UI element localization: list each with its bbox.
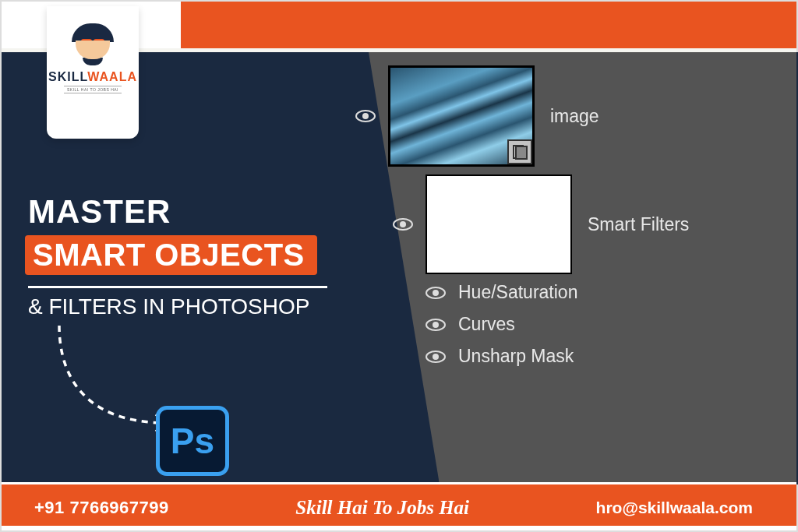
layer-thumbnail-image (388, 65, 535, 167)
layer-row-smart-filters: Smart Filters (393, 174, 689, 274)
layers-panel-mock: image Smart Filters Hue/Saturation Curve… (355, 65, 689, 378)
footer-phone: +91 7766967799 (34, 498, 169, 518)
smart-filters-label: Smart Filters (588, 214, 689, 235)
brand-mascot-icon (72, 23, 114, 64)
svg-point-9 (433, 354, 439, 360)
visibility-eye-icon (393, 217, 413, 231)
brand-name-part1: SKILL (48, 70, 87, 83)
filter-label: Unsharp Mask (458, 346, 574, 367)
filter-mask-thumbnail (425, 174, 572, 274)
footer-bottom-edge (2, 526, 796, 530)
visibility-eye-icon (425, 350, 446, 364)
brand-tagline-small: SKILL HAI TO JOBS HAI (64, 86, 122, 93)
layer-name-image: image (550, 106, 599, 127)
photoshop-app-icon: Ps (156, 406, 229, 476)
headline-line3: & FILTERS IN PHOTOSHOP (28, 294, 327, 319)
brand-name: SKILLWAALA (48, 70, 137, 84)
brand-name-part2: WAALA (87, 70, 137, 83)
footer-bar: +91 7766967799 Skill Hai To Jobs Hai hro… (2, 482, 796, 530)
svg-point-3 (400, 221, 406, 227)
photoshop-ps-label: Ps (171, 420, 214, 462)
filter-label: Curves (458, 314, 515, 335)
footer-tagline: Skill Hai To Jobs Hai (295, 497, 469, 519)
headline-divider (28, 286, 327, 288)
svg-point-1 (362, 113, 369, 119)
headline-block: MASTER SMART OBJECTS & FILTERS IN PHOTOS… (28, 193, 327, 319)
visibility-eye-icon (355, 109, 376, 123)
headline-highlight-box: SMART OBJECTS (25, 235, 317, 275)
filter-item-unsharp-mask: Unsharp Mask (425, 346, 689, 367)
filter-item-curves: Curves (425, 314, 689, 335)
filter-item-hue-saturation: Hue/Saturation (425, 282, 689, 303)
promo-banner: SKILLWAALA SKILL HAI TO JOBS HAI MASTER … (0, 0, 798, 532)
layer-row-image: image (355, 65, 689, 167)
headline-line2: SMART OBJECTS (33, 238, 305, 272)
brand-logo-card: SKILLWAALA SKILL HAI TO JOBS HAI (47, 6, 139, 139)
visibility-eye-icon (425, 286, 446, 300)
header-orange-strip (181, 2, 796, 48)
footer-email: hro@skillwaala.com (596, 499, 753, 517)
svg-point-5 (433, 290, 439, 296)
smart-object-badge-icon (507, 139, 532, 164)
visibility-eye-icon (425, 318, 446, 332)
svg-point-7 (433, 322, 439, 328)
headline-line1: MASTER (28, 193, 327, 231)
filter-label: Hue/Saturation (458, 282, 577, 303)
